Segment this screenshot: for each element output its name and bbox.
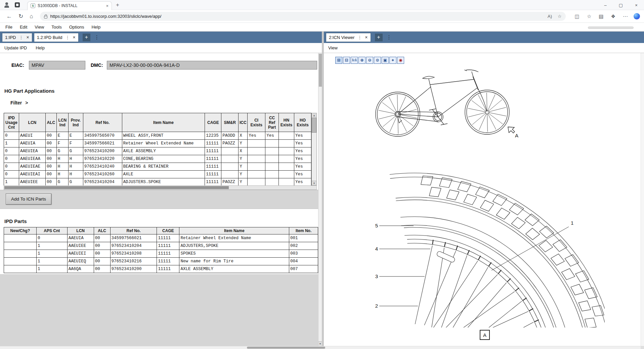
- column-header[interactable]: CI Exists: [248, 113, 265, 132]
- column-header[interactable]: LCN Ind: [56, 113, 68, 132]
- new-tab-icon[interactable]: +: [116, 2, 119, 8]
- scrollbar-thumb[interactable]: [247, 347, 325, 349]
- table-row[interactable]: 0AAEUIEAA00HH976523410220CONE,BEARING111…: [4, 155, 311, 163]
- bicycle-illustration[interactable]: A: [369, 55, 518, 142]
- table-row[interactable]: 0AAEUIEA00GG976523410200AXLE ASSEMBLY111…: [4, 147, 311, 155]
- scrollbar-thumb[interactable]: [312, 118, 316, 133]
- close-button[interactable]: ×: [629, 0, 644, 10]
- zoom-in-icon[interactable]: ⊕: [358, 57, 366, 64]
- tab-close-icon[interactable]: ×: [73, 35, 76, 40]
- sheet-label-box[interactable]: A: [480, 330, 490, 340]
- menu-item-view[interactable]: View: [328, 45, 338, 50]
- menu-item-edit[interactable]: Edit: [16, 25, 31, 30]
- eiac-field[interactable]: MPAV: [29, 61, 85, 70]
- window-horizontal-scrollbar[interactable]: [0, 346, 644, 349]
- column-header[interactable]: New/Chg?: [4, 227, 37, 234]
- column-header[interactable]: ALC: [45, 113, 56, 132]
- column-header[interactable]: HN Exists: [279, 113, 294, 132]
- scroll-down-icon[interactable]: ▾: [312, 181, 316, 185]
- lock-icon[interactable]: [44, 16, 47, 18]
- column-header[interactable]: Ref No.: [83, 113, 122, 132]
- back-icon[interactable]: ←: [6, 13, 12, 20]
- column-header[interactable]: LCN: [19, 113, 45, 132]
- left-pane-scrollbar[interactable]: ▾: [318, 53, 322, 346]
- essentials-icon[interactable]: ❖: [611, 13, 615, 19]
- hotspot-arrow-label[interactable]: A: [515, 133, 518, 138]
- tab-close-icon[interactable]: ×: [365, 35, 368, 40]
- column-header[interactable]: Item No.: [289, 227, 318, 234]
- scrollbar-thumb[interactable]: [4, 186, 229, 189]
- menu-item-options[interactable]: Options: [66, 25, 88, 30]
- table-row[interactable]: 1AAEUIEE00GG976523410204ADJUSTERS.SPOKE1…: [4, 178, 311, 186]
- right-pane-scrollbar[interactable]: [641, 53, 644, 346]
- column-header[interactable]: LCN: [67, 227, 94, 234]
- column-header[interactable]: APS Cnt: [36, 227, 67, 234]
- menu-item-help[interactable]: Help: [36, 45, 45, 50]
- table-horizontal-scrollbar[interactable]: [4, 185, 317, 190]
- tab-icn-viewer[interactable]: 2:ICN Viewer ⋮ ×: [326, 33, 371, 42]
- refresh-icon[interactable]: ↻: [18, 13, 23, 20]
- column-header[interactable]: CC Ref Part: [265, 113, 279, 132]
- dmc-field[interactable]: MPAV-LX2-30-00-00-00A-941A-D: [107, 61, 317, 70]
- scroll-down-icon[interactable]: ▾: [318, 341, 322, 346]
- restore-button[interactable]: ▢: [613, 0, 629, 10]
- table-row[interactable]: 0AAEUIA0034599756602111111Retainer Wheel…: [4, 234, 318, 242]
- callout-4[interactable]: 4: [375, 246, 378, 252]
- url-field[interactable]: https://jacobbvm01.to.isscorp.com:32003/…: [50, 14, 542, 19]
- table-row[interactable]: 1AAEUIEI0097652341020811111SPOKES003: [4, 250, 318, 258]
- split-screen-icon[interactable]: ◫: [575, 13, 579, 19]
- mini-scrollbar[interactable]: [588, 27, 634, 29]
- fit-width-icon[interactable]: ⊟: [343, 57, 350, 64]
- home-icon[interactable]: ⌂: [30, 13, 33, 20]
- actual-size-icon[interactable]: 1:1: [351, 57, 358, 64]
- new-pane-tab-button[interactable]: +: [375, 34, 383, 41]
- tab-ipd-build[interactable]: 1.2:IPD Build ⋮ ×: [34, 33, 79, 42]
- menu-item-file[interactable]: File: [2, 25, 16, 30]
- settings-more-icon[interactable]: ⋯: [623, 13, 628, 19]
- column-header[interactable]: ICC: [239, 113, 248, 132]
- menu-item-update-ipd[interactable]: Update IPD: [4, 45, 27, 50]
- tab-bar-menu-icon[interactable]: ⋮: [387, 34, 392, 40]
- tab-menu-icon[interactable]: ⋮: [19, 35, 24, 40]
- column-header[interactable]: SM&R: [221, 113, 239, 132]
- callout-5[interactable]: 5: [375, 223, 378, 228]
- add-to-icn-parts-button[interactable]: Add To ICN Parts: [6, 193, 51, 205]
- callout-1[interactable]: 1: [571, 220, 573, 226]
- browser-tab[interactable]: $ S1000DDB - INSTALL ×: [27, 1, 112, 10]
- tab-menu-icon[interactable]: ⋮: [357, 35, 362, 40]
- favorites-icon[interactable]: ☆: [587, 13, 591, 19]
- scrollbar-thumb[interactable]: [319, 54, 322, 87]
- profile-icon[interactable]: [3, 2, 10, 8]
- tab-ipd[interactable]: 1:IPD ⋮ ×: [2, 33, 32, 42]
- collections-icon[interactable]: ▤: [599, 13, 603, 19]
- table-row[interactable]: 1AAEUIA00FF345997566021Retainer Wheel Ex…: [4, 140, 311, 147]
- menu-item-view[interactable]: View: [31, 25, 48, 30]
- minimize-button[interactable]: –: [598, 0, 613, 10]
- hotspot-arrow[interactable]: A: [508, 127, 518, 138]
- column-header[interactable]: Ref No.: [110, 227, 157, 234]
- table-row[interactable]: 0AAEUI00EE345997565070WHEEL ASSY,FRONT12…: [4, 132, 311, 140]
- address-bar[interactable]: https://jacobbvm01.to.isscorp.com:32003/…: [40, 12, 566, 21]
- tab-bar-menu-icon[interactable]: ⋮: [94, 34, 99, 40]
- copilot-icon[interactable]: [634, 13, 640, 19]
- tab-close-icon[interactable]: ×: [106, 3, 109, 8]
- table-row[interactable]: 1AAEUIEE0097652341020411111ADJUSTERS,SPO…: [4, 242, 318, 250]
- table-row[interactable]: 0AAEUIEAI00HH976523410260AXLE11111YYes: [4, 171, 311, 178]
- callout-3[interactable]: 3: [375, 273, 378, 279]
- callout-2[interactable]: 2: [375, 303, 378, 309]
- column-header[interactable]: Prov. Ind: [68, 113, 83, 132]
- bookmark-star-icon[interactable]: ☆: [558, 14, 562, 19]
- column-header[interactable]: CAGE: [205, 113, 221, 132]
- table-row[interactable]: 1AA6QA0097652341020011111AXLE ASSEMBLY00…: [4, 265, 318, 273]
- column-header[interactable]: Item Name: [179, 227, 289, 234]
- table-vertical-scrollbar[interactable]: ▴ ▾: [311, 113, 317, 185]
- column-header[interactable]: CAGE: [157, 227, 179, 234]
- fit-window-icon[interactable]: ⊞: [335, 57, 342, 64]
- table-row[interactable]: 1AAEUIEQ0097652341021611111New name for …: [4, 258, 318, 265]
- scroll-up-icon[interactable]: ▴: [312, 113, 316, 118]
- column-header[interactable]: HO Exists: [294, 113, 311, 132]
- table-row[interactable]: 0AAEUIEAE00HH976523410240BEARING & RETAI…: [4, 163, 311, 171]
- new-pane-tab-button[interactable]: +: [83, 34, 90, 41]
- column-header[interactable]: IPD Usage Cnt: [4, 113, 19, 132]
- read-aloud-icon[interactable]: A): [548, 14, 552, 19]
